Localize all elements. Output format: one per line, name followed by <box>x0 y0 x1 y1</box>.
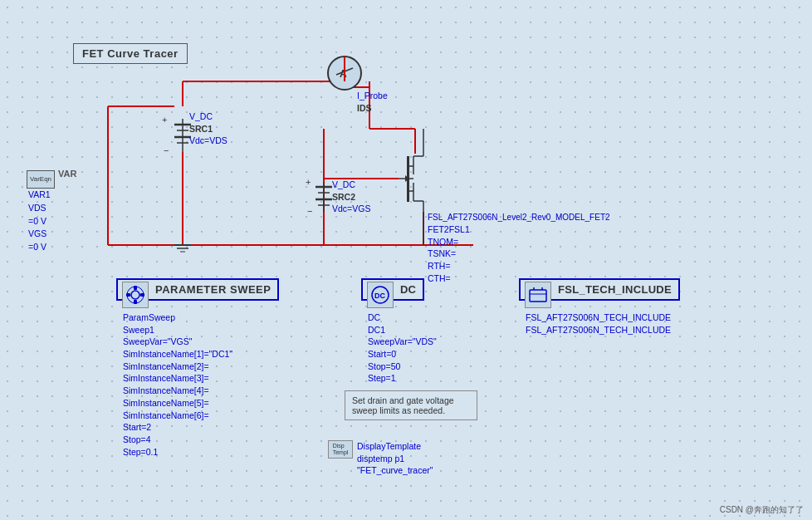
svg-rect-17 <box>407 156 409 202</box>
svg-marker-27 <box>405 175 409 182</box>
svg-rect-51 <box>134 286 137 290</box>
svg-rect-52 <box>134 300 137 304</box>
dc-label: DC <box>400 283 416 296</box>
svg-text:−: − <box>307 206 312 216</box>
ps-prop-5: SimInstanceName[3]= <box>123 372 232 385</box>
ps-prop-1: Sweep1 <box>123 324 232 336</box>
ps-prop-3: SimInstanceName[1]="DC1" <box>123 348 232 361</box>
param-sweep-props: ParamSweep Sweep1 SweepVar="VGS" SimInst… <box>123 312 232 458</box>
disp-icon-line2: Templ <box>333 449 349 455</box>
vdc-src2-name: SRC2 <box>332 191 370 204</box>
fsl-tech-label: FSL_TECH_INCLUDE <box>558 283 672 296</box>
ps-prop-8: SimInstanceName[6]= <box>123 410 232 422</box>
var-prop-1: VGS =0 V <box>28 228 51 254</box>
dc-prop-1: DC1 <box>368 324 437 336</box>
svg-line-44 <box>336 68 353 75</box>
fet-label: FSL_AFT27S006N_Level2_Rev0_MODEL_FET2 FE… <box>428 212 610 284</box>
param-sweep-block: PARAMETER SWEEP <box>116 278 279 301</box>
ps-prop-7: SimInstanceName[5]= <box>123 397 232 410</box>
fet-model: FSL_AFT27S006N_Level2_Rev0_MODEL_FET2 <box>428 212 610 223</box>
dc-prop-4: Stop=50 <box>368 361 437 373</box>
ps-prop-10: Stop=4 <box>123 434 232 446</box>
iprobe-name: IDS <box>357 102 388 115</box>
var-prop-0: VDS =0 V <box>28 202 51 228</box>
fet-tnom: TNOM= <box>428 236 610 248</box>
vdc-src2-type: V_DC <box>332 179 370 191</box>
svg-text:−: − <box>164 145 169 155</box>
disp-prop-1: "FET_curve_tracer" <box>357 464 433 477</box>
param-sweep-label: PARAMETER SWEEP <box>155 283 271 296</box>
svg-text:+: + <box>162 115 167 125</box>
svg-text:+: + <box>306 177 311 187</box>
disp-label: DisplayTemplate <box>357 440 433 453</box>
dc-block: DC DC <box>361 278 424 301</box>
ps-prop-9: Start=2 <box>123 421 232 434</box>
ps-prop-6: SimInstanceName[4]= <box>123 385 232 397</box>
vdc-src1-label: V_DC SRC1 Vdc=VDS <box>189 110 227 147</box>
var-label: VAR <box>58 169 76 179</box>
note-box: Set drain and gate voltagesweep limits a… <box>345 390 477 420</box>
disp-icon-line1: Disp <box>333 443 345 449</box>
vdc-src1-name: SRC1 <box>189 123 227 135</box>
fsl-prop-1: FSL_AFT27S006N_TECH_INCLUDE <box>526 324 671 336</box>
var-icon-line1: Var <box>30 176 40 184</box>
svg-text:DC: DC <box>374 292 385 300</box>
svg-rect-54 <box>140 293 144 297</box>
ps-prop-4: SimInstanceName[2]= <box>123 361 232 373</box>
svg-point-49 <box>131 291 139 299</box>
ps-prop-11: Step=0.1 <box>123 446 232 459</box>
title-text: FET Curve Tracer <box>82 47 179 60</box>
vdc-src1-type: V_DC <box>189 110 227 123</box>
dc-prop-2: SweepVar="VDS" <box>368 336 437 348</box>
fsl-tech-icon <box>525 282 551 308</box>
svg-point-42 <box>328 56 361 90</box>
ps-prop-2: SweepVar="VGS" <box>123 336 232 348</box>
vdc-src2-value: Vdc=VGS <box>332 203 370 215</box>
note-text: Set drain and gate voltagesweep limits a… <box>352 395 454 415</box>
fsl-tech-block: FSL_TECH_INCLUDE <box>519 278 680 301</box>
watermark: CSDN @奔跑的知了了 <box>720 504 804 516</box>
vdc-src2-label: V_DC SRC2 Vdc=VGS <box>332 179 370 215</box>
dc-icon: DC <box>367 282 394 308</box>
fet-tsnk: TSNK= <box>428 248 610 260</box>
iprobe-label: I_Probe IDS <box>357 90 388 114</box>
svg-text:A: A <box>340 68 347 80</box>
fsl-tech-props: FSL_AFT27S006N_TECH_INCLUDE FSL_AFT27S00… <box>526 312 671 336</box>
disp-prop-0: disptemp p1 <box>357 453 433 465</box>
fsl-prop-0: FSL_AFT27S006N_TECH_INCLUDE <box>526 312 671 324</box>
dc-prop-3: Start=0 <box>368 348 437 361</box>
fet-rth: RTH= <box>428 260 610 272</box>
ps-prop-0: ParamSweep <box>123 312 232 324</box>
var-icon: Var Eqn <box>27 170 55 189</box>
title-box: FET Curve Tracer <box>73 43 188 64</box>
var-icon-line2: Eqn <box>40 176 51 184</box>
fet-name: FET2FSL1 <box>428 223 610 236</box>
svg-rect-53 <box>126 293 130 297</box>
disp-label-group: DisplayTemplate disptemp p1 "FET_curve_t… <box>357 440 433 477</box>
var-props: VAR1 VDS =0 V VGS =0 V <box>28 189 51 254</box>
svg-rect-57 <box>530 290 546 302</box>
param-sweep-icon <box>122 282 149 308</box>
dc-props: DC DC1 SweepVar="VDS" Start=0 Stop=50 St… <box>368 312 437 385</box>
var-name: VAR1 <box>28 189 51 202</box>
dc-prop-0: DC <box>368 312 437 324</box>
vdc-src1-value: Vdc=VDS <box>189 135 227 147</box>
dc-prop-5: Step=1 <box>368 372 437 385</box>
iprobe-type: I_Probe <box>357 90 388 102</box>
disp-icon: Disp Templ <box>328 440 353 459</box>
